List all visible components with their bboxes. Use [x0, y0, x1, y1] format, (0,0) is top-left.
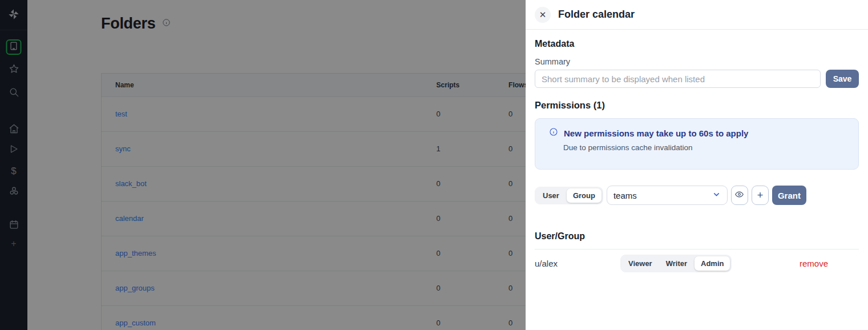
toggle-group-button[interactable]: Group: [567, 188, 601, 203]
info-circle-icon: [549, 127, 558, 139]
toggle-user-button[interactable]: User: [536, 188, 566, 203]
permissions-heading: Permissions (1): [535, 100, 859, 111]
drawer-overlay[interactable]: [0, 0, 526, 330]
group-select-value: teams: [613, 191, 637, 200]
user-group-list-heading: User/Group: [535, 231, 859, 242]
role-writer-button[interactable]: Writer: [660, 256, 693, 271]
group-select[interactable]: teams: [607, 186, 728, 205]
grant-button[interactable]: Grant: [772, 186, 806, 205]
user-group-toggle: User Group: [535, 187, 603, 204]
metadata-heading: Metadata: [535, 39, 859, 49]
role-viewer-button[interactable]: Viewer: [622, 256, 659, 271]
view-group-button[interactable]: [731, 186, 748, 205]
plus-icon: +: [757, 190, 764, 200]
permission-user-name: u/alex: [535, 259, 620, 268]
app-root: $ + Folders: [0, 0, 868, 330]
summary-input[interactable]: [535, 70, 821, 88]
role-admin-button[interactable]: Admin: [695, 256, 730, 271]
role-toggle: Viewer Writer Admin: [620, 255, 732, 272]
eye-icon: [734, 190, 744, 201]
permissions-info-banner: New permissions may take up to 60s to ap…: [535, 118, 859, 170]
drawer-title: Folder calendar: [558, 9, 635, 21]
permission-row: u/alex Viewer Writer Admin remove: [535, 249, 859, 277]
remove-permission-button[interactable]: remove: [800, 259, 828, 268]
add-group-button[interactable]: +: [752, 186, 769, 205]
chevron-down-icon: [712, 190, 721, 200]
banner-title: New permissions may take up to 60s to ap…: [564, 128, 748, 138]
save-button[interactable]: Save: [826, 70, 859, 88]
banner-subtitle: Due to permissions cache invalidation: [563, 143, 849, 152]
folder-drawer: ✕ Folder calendar Metadata Summary Save …: [526, 0, 868, 330]
drawer-header: ✕ Folder calendar: [526, 0, 868, 30]
grant-controls: User Group teams + Grant: [535, 186, 859, 205]
summary-label: Summary: [535, 57, 859, 66]
close-icon[interactable]: ✕: [535, 7, 551, 23]
